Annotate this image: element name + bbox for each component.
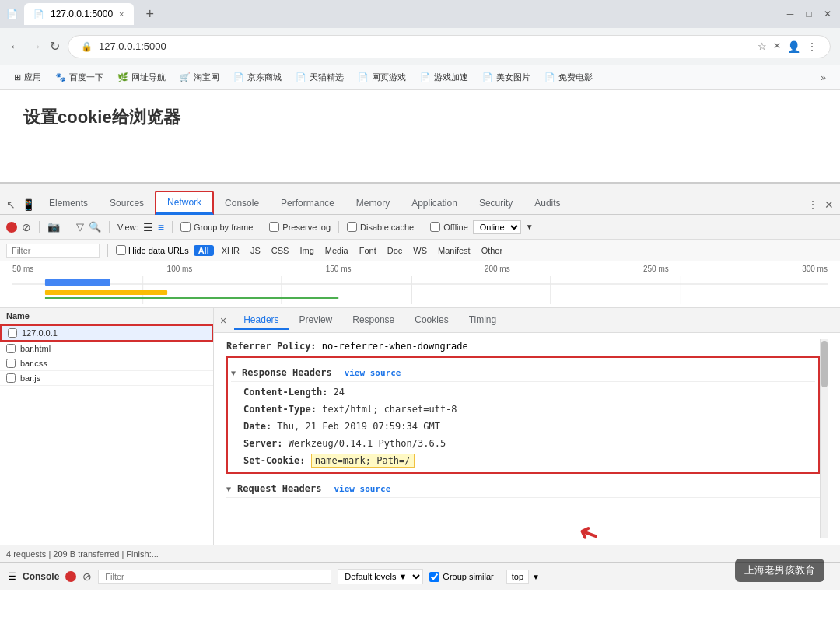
tab-application[interactable]: Application [401,193,468,215]
filter-input[interactable] [6,244,100,258]
filter-ws[interactable]: WS [410,245,430,256]
detail-tab-preview[interactable]: Preview [290,311,342,330]
console-tab-label[interactable]: Console [23,571,59,582]
block-icon[interactable]: ⊘ [82,570,92,583]
item-check[interactable] [8,328,17,338]
network-item-bar-html[interactable]: bar.html [0,342,213,356]
menu-icon[interactable]: ⋮ [807,40,817,53]
refresh-button[interactable]: ↻ [50,39,60,54]
devtools-close-icon[interactable]: ✕ [821,195,837,214]
tab-console[interactable]: Console [214,193,270,215]
item-check[interactable] [6,359,16,368]
filter-other[interactable]: Other [478,245,506,256]
search-icon[interactable]: 🔍 [89,221,101,233]
filter-xhr[interactable]: XHR [219,245,243,256]
req-view-source-link[interactable]: view source [334,484,390,494]
detail-close[interactable]: × [220,314,226,327]
bookmark-apps[interactable]: ⊞ 应用 [8,70,47,85]
new-tab-button[interactable]: + [140,3,161,26]
tab-elements[interactable]: Elements [38,193,99,215]
level-select[interactable]: Default levels ▼ [338,569,423,584]
bookmark-game[interactable]: 📄 网页游戏 [352,70,412,85]
section-toggle-icon[interactable]: ▼ [231,369,236,377]
filter-img[interactable]: Img [296,245,317,256]
url-box[interactable]: 🔒 127.0.0.1:5000 ☆ ✕ 👤 ⋮ [68,35,831,58]
tab-sources[interactable]: Sources [99,193,155,215]
network-item-127[interactable]: 127.0.0.1 [0,324,213,342]
filter-js[interactable]: JS [247,245,264,256]
set-cookie-row: Set-Cookie: name=mark; Path=/ [231,454,815,468]
bookmark-nav[interactable]: 🌿 网址导航 [111,70,172,85]
bookmark-jd[interactable]: 📄 京东商城 [227,70,288,85]
baidu-icon: 🐾 [55,72,66,82]
movie-icon: 📄 [544,72,555,82]
hide-data-urls-check[interactable]: Hide data URLs [116,245,189,255]
right-scrollbar[interactable] [820,339,828,538]
date-value: Thu, 21 Feb 2019 07:59:34 GMT [277,421,440,432]
server-key: Server: [243,438,283,449]
record-circle[interactable] [6,222,17,233]
filter-manifest[interactable]: Manifest [435,245,474,256]
online-select[interactable]: Online [473,220,521,234]
offline-check[interactable]: Offline [430,222,468,232]
bookmark-baidu[interactable]: 🐾 百度一下 [49,70,110,85]
camera-icon[interactable]: 📷 [47,221,60,233]
content-type-value: text/html; charset=utf-8 [322,404,457,415]
nav-icon: 🌿 [117,72,128,82]
bookmark-tmall[interactable]: 📄 天猫精选 [289,70,350,85]
console-bar: ☰ Console ⊘ Default levels ▼ Group simil… [0,562,840,590]
tab-close-icon[interactable]: × [119,9,124,19]
item-check[interactable] [6,344,16,353]
hamburger-icon[interactable]: ☰ [8,571,16,582]
filter-bar: Hide data URLs All XHR JS CSS Img Media … [0,240,840,261]
detail-tab-timing[interactable]: Timing [460,311,506,330]
bookmark-more[interactable]: » [814,71,832,85]
tab-audits[interactable]: Audits [523,193,571,215]
view-source-link[interactable]: view source [345,368,401,378]
bookmark-taobao[interactable]: 🛒 淘宝网 [173,70,226,85]
devtools-icon-select[interactable]: ↖ [3,195,19,214]
close-button[interactable]: ✕ [821,8,834,20]
maximize-button[interactable]: □ [803,8,815,20]
star-icon[interactable]: ☆ [758,40,767,53]
network-item-bar-js[interactable]: bar.js [0,371,213,386]
filter-font[interactable]: Font [356,245,380,256]
devtools-icon-device[interactable]: 📱 [19,195,38,214]
cast-icon[interactable]: ✕ [773,40,781,53]
preserve-log-check[interactable]: Preserve log [269,222,331,232]
view-waterfall-icon[interactable]: ≡ [158,221,164,233]
filter-doc[interactable]: Doc [384,245,406,256]
bookmark-beauty[interactable]: 📄 美女图片 [476,70,537,85]
detail-tab-response[interactable]: Response [343,311,404,330]
minimize-button[interactable]: ─ [784,8,796,20]
browser-tab[interactable]: 📄 127.0.0.1:5000 × [24,3,134,25]
tab-memory[interactable]: Memory [345,193,401,215]
top-select[interactable]: top [506,570,529,584]
tab-security[interactable]: Security [468,193,523,215]
view-list-icon[interactable]: ☰ [143,221,153,233]
item-check[interactable] [6,373,16,383]
detail-tab-headers[interactable]: Headers [234,311,288,330]
block-icon[interactable]: ⊘ [22,221,31,233]
bookmark-movie[interactable]: 📄 免费电影 [538,70,599,85]
back-button[interactable]: ← [9,40,22,54]
tab-performance[interactable]: Performance [270,193,345,215]
filter-media[interactable]: Media [322,245,352,256]
account-icon[interactable]: 👤 [787,40,800,53]
detail-tab-cookies[interactable]: Cookies [405,311,457,330]
tab-network[interactable]: Network [155,191,214,215]
devtools-more-icon[interactable]: ⋮ [804,195,821,214]
forward-button[interactable]: → [30,40,42,54]
group-by-frame-check[interactable]: Group by frame [180,222,253,232]
bookmark-label: 免费电影 [558,72,593,83]
disable-cache-check[interactable]: Disable cache [347,222,414,232]
separator5 [261,221,261,233]
filter-icon[interactable]: ▽ [76,221,84,233]
req-toggle-icon[interactable]: ▼ [226,485,231,493]
filter-css[interactable]: CSS [268,245,292,256]
network-item-bar-css[interactable]: bar.css [0,356,213,371]
console-filter-input[interactable] [98,570,331,584]
group-similar-check[interactable]: Group similar [429,572,493,582]
filter-all[interactable]: All [194,245,214,256]
bookmark-speed[interactable]: 📄 游戏加速 [414,70,474,85]
